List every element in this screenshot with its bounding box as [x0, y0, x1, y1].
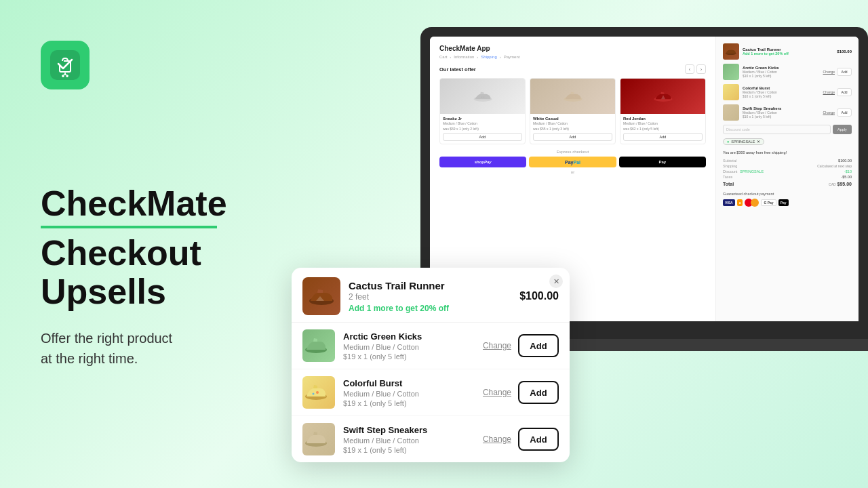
popup-item-price-2: $19 x 1 (only 5 left) — [343, 399, 475, 407]
svg-rect-0 — [50, 50, 80, 80]
price-summary: Subtotal $100.00 Shipping Calculated at … — [723, 159, 852, 186]
paypal-btn[interactable]: PayPal — [529, 157, 616, 167]
offer-next-btn[interactable]: › — [696, 64, 706, 74]
sidebar-upsell-item-3: Swift Step Sneakers Medium / Blue / Cott… — [723, 104, 852, 121]
popup-item-variant-3: Medium / Blue / Cotton — [343, 436, 475, 445]
popup-item-name-1: Arctic Green Kicks — [343, 331, 475, 342]
popup-add-btn-1[interactable]: Add — [518, 334, 559, 357]
sidebar-upsell-img-2 — [723, 84, 739, 100]
popup-item-actions-1: Change Add — [483, 334, 559, 357]
sidebar-add-btn-2[interactable]: Add — [837, 88, 852, 96]
coupon-remove[interactable]: ✕ — [757, 140, 760, 144]
offer-header: Our latest offer ‹ › — [439, 64, 706, 74]
coupon-tag: ● SPRINGSALE ✕ — [723, 138, 764, 145]
app-icon — [41, 41, 90, 89]
sidebar-upsell-msg: Add 1 more to get 20% off — [743, 52, 833, 56]
gpay-icon: G Pay — [761, 199, 776, 206]
popup-shoe-icon — [308, 286, 335, 306]
main-product-icon — [725, 47, 737, 56]
popup-item-name-3: Swift Step Sneakers — [343, 425, 475, 435]
product-img-jordan — [620, 79, 705, 114]
shipping-row: Shipping Calculated at next step — [723, 164, 852, 168]
left-panel: CheckMate Checkout Upsells Offer the rig… — [41, 41, 326, 369]
product-card-3: Red Jordan Medium / Blue / Cotton was $6… — [620, 78, 706, 144]
white-shoe-icon — [563, 89, 583, 103]
popup-item-3: Swift Step Sneakers Medium / Blue / Cott… — [292, 416, 570, 462]
sidebar-upsell-info-1: Arctic Green Kicks Medium / Blue / Cotto… — [743, 66, 819, 78]
product-info-1: Sneakz Jr Medium / Blue / Cotton was $69… — [440, 114, 525, 144]
product-name-small-3: Red Jordan — [623, 117, 703, 121]
popup-product-qty: 2 feet — [349, 292, 511, 302]
product-price-small-3: was $62 x 1 (only 5 left) — [623, 127, 703, 131]
popup-header-info: Cactus Trail Runner 2 feet Add 1 more to… — [349, 280, 511, 313]
popup-item-img-2 — [302, 376, 335, 409]
sidebar-upsell-img-3 — [723, 104, 739, 121]
taxes-value: -$5.00 — [841, 175, 852, 179]
product-desc-small-3: Medium / Blue / Cotton — [623, 121, 703, 125]
shopPay-btn[interactable]: shopPay — [439, 157, 526, 167]
popup-item-img-1 — [302, 329, 335, 362]
popup-item-2: Colorful Burst Medium / Blue / Cotton $1… — [292, 369, 570, 416]
headline-underline — [41, 226, 217, 228]
svg-point-4 — [481, 96, 482, 98]
headline-text2: Checkout Upsells — [41, 233, 201, 311]
sneaker-icon — [473, 89, 493, 103]
sidebar-upsell-actions-3: Change Add — [823, 108, 852, 117]
add-btn-small-2[interactable]: Add — [533, 133, 612, 141]
popup-product-name: Cactus Trail Runner — [349, 280, 511, 291]
checkout-breadcrumb: Cart › Information › Shipping › Payment — [439, 55, 706, 59]
offer-prev-btn[interactable]: ‹ — [685, 64, 694, 74]
total-row: Total CAD $95.00 — [723, 182, 852, 186]
apple-pay-btn[interactable]: Pay — [619, 157, 706, 167]
popup-item-price-3: $19 x 1 (only 5 left) — [343, 446, 475, 454]
popup-add-btn-2[interactable]: Add — [518, 381, 559, 404]
offer-title: Our latest offer — [439, 66, 476, 73]
product-desc-small-1: Medium / Blue / Cotton — [443, 121, 522, 125]
add-btn-small-1[interactable]: Add — [443, 133, 522, 141]
total-label: Total — [723, 182, 734, 186]
mastercard2-icon — [751, 199, 759, 207]
product-info-2: White Casual Medium / Blue / Cotton was … — [530, 114, 615, 144]
product-info-3: Red Jordan Medium / Blue / Cotton was $6… — [620, 114, 705, 144]
apple-pay-sidebar-icon: Pay — [778, 199, 789, 206]
popup-change-btn-1[interactable]: Change — [483, 341, 511, 350]
shipping-value: Calculated at next step — [817, 164, 852, 168]
discount-input[interactable]: Discount code — [723, 125, 831, 134]
svg-point-15 — [313, 393, 315, 395]
sidebar-upsell-price-2: $10 x 1 (only 5 left) — [743, 94, 819, 98]
headline-text1: CheckMate — [41, 184, 227, 223]
app-icon-svg — [50, 50, 80, 80]
popup-item-1: Arctic Green Kicks Medium / Blue / Cotto… — [292, 323, 570, 369]
popup-change-btn-3[interactable]: Change — [483, 434, 511, 444]
popup-close-btn[interactable]: ✕ — [549, 274, 563, 288]
sidebar-upsell-img-1 — [723, 64, 739, 80]
guaranteed-payment-label: Guaranteed checkout payment — [723, 192, 852, 196]
sidebar-change-btn-3[interactable]: Change — [823, 110, 835, 115]
product-desc-small-2: Medium / Blue / Cotton — [533, 121, 612, 125]
popup-add-btn-3[interactable]: Add — [518, 428, 559, 451]
sidebar-main-product-price: $100.00 — [837, 49, 852, 54]
sidebar-add-btn-1[interactable]: Add — [837, 68, 852, 76]
shipping-label: Shipping — [723, 164, 737, 168]
amazon-pay-icon: a — [737, 199, 743, 206]
sidebar-change-btn-2[interactable]: Change — [823, 90, 835, 94]
subtext: Offer the right product at the right tim… — [41, 328, 326, 369]
sidebar-change-btn-1[interactable]: Change — [823, 70, 835, 74]
checkout-sidebar: Cactus Trail Runner Add 1 more to get 20… — [716, 37, 859, 321]
sidebar-main-product-info: Cactus Trail Runner Add 1 more to get 20… — [743, 47, 833, 56]
offer-navigation: ‹ › — [685, 64, 706, 74]
express-checkout-label: Express checkout — [439, 150, 706, 154]
popup-change-btn-2[interactable]: Change — [483, 388, 511, 397]
discount-apply-btn[interactable]: Apply — [833, 125, 852, 134]
product-name-small-1: Sneakz Jr — [443, 117, 522, 121]
popup-item-name-2: Colorful Burst — [343, 378, 475, 388]
swift-sneakers-icon — [302, 423, 330, 450]
total-amount: CAD $95.00 — [829, 182, 852, 186]
sidebar-add-btn-3[interactable]: Add — [837, 108, 852, 117]
discount-row-summary: Discount SPRINGSALE -$10 — [723, 169, 852, 174]
free-shipping-msg: You are $300 away from free shipping! — [723, 150, 852, 155]
discount-row: Discount code Apply — [723, 125, 852, 134]
popup-item-variant-1: Medium / Blue / Cotton — [343, 343, 475, 351]
popup-price: $100.00 — [519, 290, 559, 302]
add-btn-small-3[interactable]: Add — [623, 133, 703, 141]
